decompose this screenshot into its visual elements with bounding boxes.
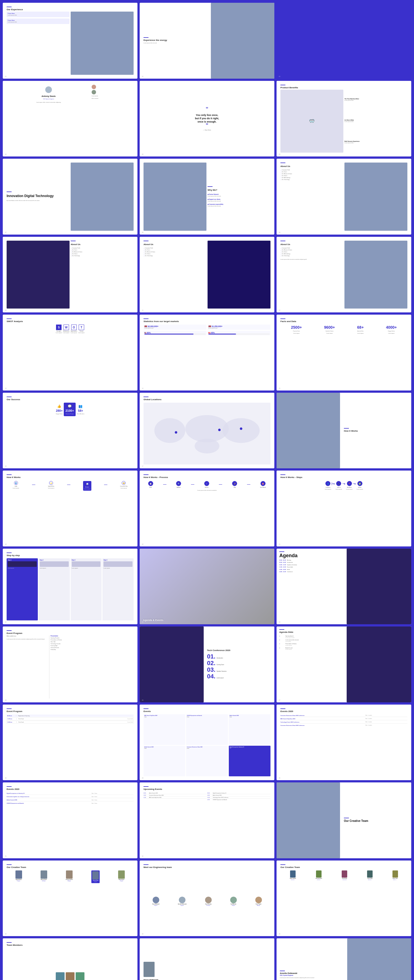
accent-line — [143, 396, 148, 397]
slide-number: 18 — [279, 465, 280, 467]
accent-line — [280, 162, 285, 163]
slide-18: How it Works 18 — [277, 393, 411, 469]
slide-4: Antony Davis CEO System Engineer Lorem i… — [3, 81, 137, 157]
accent-line — [6, 474, 11, 475]
slide-number: 14 — [142, 388, 143, 389]
slide-number: 11 — [142, 309, 143, 311]
slide-27: Agenda Slide ● Opening SpeechLorem ipsum… — [277, 627, 411, 702]
slide-number: 36 — [279, 933, 280, 935]
slide-6: Product Benefits 🥽 The Time Machine Effe… — [277, 81, 411, 157]
accent-line — [143, 786, 148, 787]
slide-title: Product Benefits — [280, 86, 408, 89]
slide-title: Annella Ziolkowski — [280, 972, 344, 974]
slide-title: Experience the energy — [143, 39, 207, 41]
accent-line — [280, 864, 285, 865]
slide-31: Events 2020 Digital Ecosystems in Indust… — [3, 783, 137, 858]
svg-point-4 — [194, 439, 220, 453]
accent-line — [6, 6, 11, 7]
slide-title: Our Success — [6, 398, 134, 401]
stat-label-1: Projects Done — [293, 330, 300, 332]
accent-line — [279, 551, 284, 552]
slide-title: Our Creative Team — [6, 866, 134, 869]
slide-title: Innovation Digital Technology — [6, 194, 70, 198]
slide-17: Global Locations 17 — [140, 393, 274, 469]
accent-line — [143, 708, 148, 709]
slide-number: 25 — [5, 699, 6, 701]
slide-title: Why Me? — [207, 189, 271, 191]
slide-20: How it Works - Process 📋 Brief 🔍 Analyze… — [140, 471, 274, 546]
accent-line — [143, 318, 148, 319]
slide-title: Our Creative Team — [344, 819, 408, 823]
accent-line — [6, 552, 11, 553]
accent-line — [6, 786, 11, 787]
slide-1: Our Experience Project Name Lorem ipsum … — [3, 3, 137, 79]
slide-3: 03 — [277, 3, 411, 79]
slide-title: How it Works - Steps — [280, 476, 408, 479]
svg-point-2 — [185, 415, 229, 442]
slide-15: Facts and Data 2500+ Projects Done Lorem… — [277, 315, 411, 390]
slide-title: Agenda — [279, 553, 344, 558]
slide-28: Event Program 09:30 am Registration & Op… — [3, 705, 137, 781]
slide-14: Statistics from our target markets 🇺🇸 $2… — [140, 315, 274, 390]
slide-39: Annella Ziolkowski CEO, System Engineer … — [277, 938, 411, 980]
slide-37: Team Members Simon King Engineer Yannis … — [3, 938, 137, 980]
slide-number: 08 — [142, 232, 143, 233]
accent-line — [143, 864, 148, 865]
slide-title: About Us — [71, 243, 134, 246]
accent-line — [6, 630, 11, 631]
slide-title: Global Locations — [143, 398, 271, 401]
slide-title: Events — [143, 710, 271, 713]
slide-number: 06 — [279, 153, 280, 155]
slide-number: 03 — [279, 76, 280, 77]
slide-number: 32 — [142, 855, 143, 857]
slide-34: Our Creative Team Agata Klemp Designer A… — [3, 861, 137, 936]
slide-title: Facts and Data — [280, 320, 408, 323]
slide-title: Statistics from our target markets — [143, 320, 271, 323]
slide-title: Events 2020 — [280, 710, 408, 713]
slide-number: 22 — [5, 621, 6, 623]
slide-7: Innovation Digital Technology By Lionel … — [3, 159, 137, 235]
accent-line — [280, 241, 285, 241]
slide-title: About Us — [280, 165, 343, 167]
slide-number: 10 — [5, 309, 6, 311]
slide-23: Agenda & Events Agenda & Events 23 — [140, 549, 274, 625]
slide-title: Our Creative Team — [280, 866, 408, 869]
swot-w: W — [64, 325, 69, 330]
slide-35: Meet our Engineering team Owen Nathaniel… — [140, 861, 274, 936]
slide-number: 19 — [5, 543, 6, 545]
slide-38: Henry Nathaniel CEO, System Engineer Lor… — [140, 938, 274, 980]
slide-33: Our Creative Team 33 — [277, 783, 411, 858]
svg-point-7 — [240, 427, 242, 430]
slide-number: 34 — [5, 933, 6, 935]
slide-title: Upcoming Events — [143, 788, 271, 791]
accent-line — [207, 186, 213, 187]
slide-desc: By Lionel Mucks and the 5th time when th… — [6, 200, 70, 202]
slide-title: Step by step — [6, 554, 134, 557]
stat-label-4: Happy Clients — [388, 330, 395, 332]
accent-line — [143, 241, 148, 241]
accent-line — [6, 942, 11, 943]
slide-title: How it Works — [6, 476, 134, 479]
slide-number: 20 — [142, 543, 143, 545]
slide-number: 28 — [5, 777, 6, 779]
svg-point-3 — [223, 418, 260, 443]
slide-number: 23 — [142, 621, 143, 623]
slide-title: Agenda Slide — [279, 631, 344, 633]
accent-line — [6, 318, 11, 319]
slide-number: 05 — [142, 153, 143, 155]
accent-line — [6, 396, 11, 397]
slide-title: How it Works — [344, 430, 408, 432]
slide-number: 29 — [142, 777, 143, 779]
accent-line — [280, 318, 285, 319]
accent-line — [6, 864, 11, 865]
stat-label-3: Awards Won — [357, 330, 364, 332]
slide-title: Tech Conference 2020 — [207, 649, 271, 652]
slide-number: 27 — [279, 699, 280, 701]
slide-title: Events 2020 — [6, 788, 134, 791]
slide-number: 21 — [279, 543, 280, 545]
swot-o: O — [71, 325, 77, 330]
stat-2: 9600+ — [324, 325, 335, 329]
slide-title: Event Program — [6, 710, 134, 713]
slide-13: SWOT Analysis S Strengths Lorem ipsum W … — [3, 315, 137, 390]
stat-3: 68+ — [357, 325, 364, 329]
